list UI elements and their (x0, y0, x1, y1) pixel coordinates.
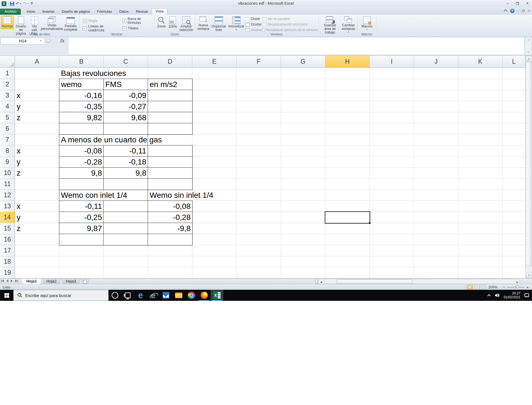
row-header-6[interactable]: 6 (0, 123, 15, 134)
cell-C8[interactable]: -0,11 (104, 145, 148, 157)
taskbar-excel-button[interactable] (211, 290, 223, 301)
tab-inicio[interactable]: Inicio (23, 9, 39, 15)
cell-B2[interactable]: wemo (59, 79, 83, 90)
status-page-layout-button[interactable] (473, 285, 479, 289)
help-button[interactable]: ? (510, 9, 515, 13)
taskbar-chrome-button[interactable] (185, 290, 198, 301)
row-header-1[interactable]: 1 (0, 68, 15, 79)
cell-B9[interactable]: -0,28 (59, 157, 104, 168)
column-header-H[interactable]: H (325, 56, 370, 68)
zoom-to-selection-button[interactable]: Ampliar selección (178, 16, 194, 33)
name-box[interactable]: H14 (1, 38, 45, 44)
split-button[interactable]: Dividir (245, 16, 262, 22)
taskbar-search-input[interactable]: Escribe aquí para buscar (13, 290, 109, 301)
last-sheet-button[interactable] (15, 280, 18, 282)
sheet-tab-hoja3[interactable]: Hoja3 (61, 279, 81, 284)
minimize-button[interactable]: − (506, 1, 508, 6)
tab-revisar[interactable]: Revisar (132, 9, 152, 15)
formula-scroll-down-icon[interactable]: ▼ (525, 51, 531, 53)
sheet-tab-hoja2[interactable]: Hoja2 (42, 279, 61, 284)
cell-C3[interactable]: -0,09 (104, 90, 148, 101)
cell-B8[interactable]: -0,08 (59, 145, 104, 157)
cell-B3[interactable]: -0,16 (59, 90, 104, 101)
formula-bar-scroll[interactable]: ▲ ▼ (525, 37, 531, 55)
checkbox-titulos[interactable]: ✓ Títulos (122, 25, 154, 31)
column-header-B[interactable]: B (59, 56, 104, 68)
vertical-scroll-thumb[interactable] (526, 62, 532, 266)
cell-B10[interactable]: 9,8 (59, 168, 104, 179)
cell-A8[interactable]: x (15, 145, 22, 157)
next-sheet-button[interactable] (11, 280, 13, 282)
checkbox-regla[interactable]: ✓ Regla (83, 18, 118, 24)
row-header-15[interactable]: 15 (0, 223, 15, 234)
scroll-right-icon[interactable]: ▶ (516, 281, 518, 283)
name-box-dropdown-icon[interactable]: ▼ (40, 40, 42, 42)
column-header-G[interactable]: G (281, 56, 325, 68)
zoom-level[interactable]: 200% (488, 285, 497, 289)
row-header-2[interactable]: 2 (0, 79, 15, 90)
first-sheet-button[interactable] (1, 280, 4, 282)
formula-input[interactable] (68, 37, 525, 55)
sheet-tab-hoja1[interactable]: Hoja1 (22, 279, 42, 284)
action-center-icon[interactable] (524, 293, 529, 298)
switch-windows-button[interactable]: Cambiar ventanas ▼ (340, 16, 357, 34)
cells-area[interactable]: Bajas revolucioneswemoFMSen m/s2x-0,16-0… (15, 68, 525, 278)
tab-insertar[interactable]: Insertar (39, 9, 58, 15)
cell-D14[interactable]: -0,28 (148, 212, 192, 223)
scroll-down-button[interactable]: ▼ (526, 273, 532, 278)
hidden-icons-chevron-icon[interactable] (487, 294, 491, 297)
cell-C5[interactable]: 9,68 (104, 112, 148, 123)
column-header-J[interactable]: J (414, 56, 458, 68)
cell-D2[interactable]: en m/s2 (148, 79, 179, 90)
workbook-close-button[interactable]: × (528, 9, 530, 12)
checkbox-lineas-de-cuadricula[interactable]: ✓ Líneas de cuadrícula (83, 25, 118, 31)
taskbar-file-explorer-button[interactable] (172, 290, 185, 301)
column-header-E[interactable]: E (192, 56, 237, 68)
cell-B4[interactable]: -0,35 (59, 101, 104, 112)
tab-vista[interactable]: Vista (152, 8, 167, 15)
zoom-slider-track[interactable] (507, 287, 524, 288)
column-header-K[interactable]: K (458, 56, 503, 68)
row-header-17[interactable]: 17 (0, 245, 15, 256)
tab-archivo[interactable]: Archivo (0, 9, 21, 15)
horizontal-scroll-thumb[interactable] (337, 280, 412, 284)
cell-A10[interactable]: z (15, 168, 22, 179)
macros-button[interactable]: Macros ▼ (359, 16, 375, 31)
taskbar-edge-button[interactable]: e (134, 290, 147, 301)
zoom-100-button[interactable]: 100% (167, 16, 178, 29)
cell-B5[interactable]: 9,82 (59, 112, 104, 123)
insert-function-button[interactable]: fx (57, 38, 67, 44)
cell-B13[interactable]: -0,11 (59, 201, 104, 212)
row-header-3[interactable]: 3 (0, 90, 15, 101)
custom-views-button[interactable]: Vistas personalizadas (41, 16, 63, 32)
cell-D13[interactable]: -0,08 (148, 201, 192, 212)
taskbar-mail-button[interactable] (160, 290, 172, 301)
cell-B12[interactable]: Wemo con inlet 1/4 (59, 190, 129, 201)
cell-A13[interactable]: x (15, 201, 22, 212)
volume-icon[interactable] (495, 293, 500, 298)
status-page-break-button[interactable] (480, 285, 486, 289)
scroll-up-button[interactable]: ▲ (526, 56, 532, 61)
normal-view-button[interactable]: Normal (1, 16, 14, 29)
column-header-D[interactable]: D (148, 56, 192, 68)
zoom-button[interactable]: Zoom (155, 16, 167, 29)
column-header-I[interactable]: I (370, 56, 414, 68)
taskbar-cortana-button[interactable] (109, 290, 121, 301)
taskbar-firefox-button[interactable] (198, 290, 211, 301)
column-header-L[interactable]: L (503, 56, 525, 68)
zoom-in-button[interactable]: + (526, 285, 529, 289)
cell-D12[interactable]: Wemo sin inlet 1/4 (148, 190, 215, 201)
start-button[interactable] (0, 290, 13, 301)
row-header-19[interactable]: 19 (0, 267, 15, 278)
cell-C4[interactable]: -0,27 (104, 101, 148, 112)
row-header-4[interactable]: 4 (0, 101, 15, 112)
tab-diseno-de-pagina[interactable]: Diseño de página (58, 9, 93, 15)
zoom-slider-thumb[interactable] (516, 285, 519, 289)
status-normal-view-button[interactable] (467, 285, 473, 289)
cell-D15[interactable]: -9,8 (148, 223, 192, 234)
select-all-corner[interactable] (0, 56, 15, 68)
tab-formulas[interactable]: Fórmulas (93, 9, 116, 15)
cell-B14[interactable]: -0,25 (59, 212, 104, 223)
vertical-scrollbar[interactable]: ▲ ▼ (525, 56, 532, 278)
horizontal-scrollbar[interactable]: ◀ ▶ (319, 279, 520, 284)
